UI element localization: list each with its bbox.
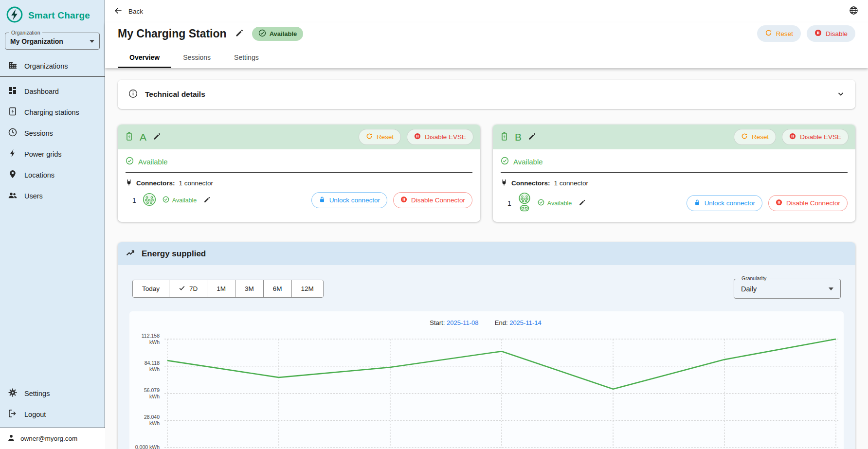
sidebar-item-label: Dashboard xyxy=(24,88,59,95)
edit-station-button[interactable] xyxy=(234,28,245,40)
sidebar-item-label: Sessions xyxy=(24,129,53,137)
check-circle-icon xyxy=(163,196,169,204)
sidebar-item-locations[interactable]: Locations xyxy=(0,164,105,185)
building-icon xyxy=(8,60,18,72)
sidebar-item-logout[interactable]: Logout xyxy=(0,404,105,428)
plug-icon xyxy=(126,179,132,187)
connector-row: 1 Available xyxy=(493,189,855,215)
organization-select-value: My Organization xyxy=(10,37,63,45)
technical-details-title: Technical details xyxy=(145,90,205,99)
lock-icon xyxy=(319,196,326,204)
chart-end-date: 2025-11-14 xyxy=(509,319,542,326)
sidebar-item-sessions[interactable]: Sessions xyxy=(0,123,105,144)
evse-name: B xyxy=(515,131,522,143)
edit-evse-button[interactable] xyxy=(152,131,162,143)
range-3m-button[interactable]: 3M xyxy=(235,280,264,297)
stop-circle-icon xyxy=(814,29,822,38)
range-12m-button[interactable]: 12M xyxy=(292,280,323,297)
brand-name: Smart Charge xyxy=(28,10,90,21)
pencil-icon xyxy=(203,196,211,205)
gear-icon xyxy=(8,388,18,399)
sidebar-item-label: Charging stations xyxy=(24,108,79,116)
charging-station-icon xyxy=(8,107,18,118)
y-axis-labels: 0.000 kWh28.040 kWh56.079 kWh84.118 kWh1… xyxy=(132,334,164,449)
disable-evse-button[interactable]: Disable EVSE xyxy=(782,129,849,145)
chart-start-date: 2025-11-08 xyxy=(447,319,479,326)
pencil-icon xyxy=(235,29,244,39)
edit-evse-button[interactable] xyxy=(527,131,537,143)
connector-ccs-icon xyxy=(517,192,532,214)
connector-type2-icon xyxy=(142,192,157,208)
chart-date-range: Start: 2025-11-08 End: 2025-11-14 xyxy=(132,318,839,334)
unlock-connector-button[interactable]: Unlock connector xyxy=(687,195,762,211)
pencil-icon xyxy=(579,199,586,208)
evse-name: A xyxy=(140,131,146,143)
sidebar-item-label: Logout xyxy=(24,411,46,418)
sidebar-item-power-grids[interactable]: Power grids xyxy=(0,144,105,164)
stop-circle-icon xyxy=(776,199,782,207)
check-circle-icon xyxy=(258,29,266,38)
station-disable-button[interactable]: Disable xyxy=(807,25,855,42)
plug-icon xyxy=(501,179,507,187)
sidebar-divider xyxy=(0,76,105,77)
pencil-icon xyxy=(153,132,161,142)
range-6m-button[interactable]: 6M xyxy=(264,280,292,297)
refresh-icon xyxy=(741,133,748,141)
sidebar-item-settings[interactable]: Settings xyxy=(0,383,105,404)
technical-details-panel[interactable]: Technical details xyxy=(118,80,855,109)
sidebar-item-charging-stations[interactable]: Charging stations xyxy=(0,102,105,123)
check-circle-icon xyxy=(501,157,509,166)
granularity-select[interactable]: Granularity Daily xyxy=(734,279,841,299)
connector-number: 1 xyxy=(507,199,511,207)
logout-icon xyxy=(8,409,18,420)
range-today-button[interactable]: Today xyxy=(133,280,169,297)
evse-reset-button[interactable]: Reset xyxy=(359,129,401,145)
sidebar-item-users[interactable]: Users xyxy=(0,185,105,206)
evse-status: Available xyxy=(126,149,472,173)
back-button[interactable]: Back xyxy=(114,6,143,17)
sidebar-item-dashboard[interactable]: Dashboard xyxy=(0,81,105,102)
sidebar-item-organizations[interactable]: Organizations xyxy=(0,55,105,76)
range-1m-button[interactable]: 1M xyxy=(207,280,235,297)
energy-supplied-header: Energy supplied xyxy=(118,242,855,265)
station-header: My Charging Station Available xyxy=(105,22,868,68)
evse-card-a: A Reset xyxy=(118,125,480,222)
edit-connector-button[interactable] xyxy=(578,198,587,209)
brand: Smart Charge xyxy=(0,0,105,30)
disable-connector-button[interactable]: Disable Connector xyxy=(393,192,472,208)
granularity-label: Granularity xyxy=(739,275,769,281)
energy-supplied-title: Energy supplied xyxy=(142,249,206,259)
location-pin-icon xyxy=(8,169,18,180)
ev-charger-icon xyxy=(500,131,509,143)
sidebar-spacer xyxy=(0,206,105,383)
app-root: Smart Charge Organization My Organizatio… xyxy=(0,0,868,449)
dashboard-icon xyxy=(8,86,18,97)
globe-icon xyxy=(849,6,858,17)
station-reset-button[interactable]: Reset xyxy=(757,25,801,42)
main-area: Back My Charging Station xyxy=(105,0,868,449)
tab-settings[interactable]: Settings xyxy=(222,48,271,68)
back-label: Back xyxy=(128,8,143,15)
evse-reset-button[interactable]: Reset xyxy=(734,129,776,145)
tab-sessions[interactable]: Sessions xyxy=(171,48,222,68)
energy-supplied-section: Energy supplied Today 7D 1M 3M 6M xyxy=(118,242,855,449)
refresh-icon xyxy=(366,133,373,141)
tab-overview[interactable]: Overview xyxy=(118,48,171,68)
unlock-connector-button[interactable]: Unlock connector xyxy=(311,192,387,208)
disable-evse-button[interactable]: Disable EVSE xyxy=(407,129,473,145)
language-globe-button[interactable] xyxy=(848,5,859,18)
range-toggle-group: Today 7D 1M 3M 6M 12M xyxy=(132,280,324,298)
trending-chart-icon xyxy=(126,248,135,259)
chevron-down-icon[interactable] xyxy=(837,90,845,99)
disable-connector-button[interactable]: Disable Connector xyxy=(768,195,848,211)
edit-connector-button[interactable] xyxy=(202,195,212,206)
energy-chart-panel: Start: 2025-11-08 End: 2025-11-14 0.000 … xyxy=(129,311,844,449)
evse-card-b: B Reset xyxy=(493,125,855,222)
organization-select[interactable]: Organization My Organization xyxy=(5,33,100,50)
range-7d-button[interactable]: 7D xyxy=(169,280,207,297)
page-title: My Charging Station xyxy=(118,27,227,40)
evse-status: Available xyxy=(501,149,848,173)
info-icon xyxy=(128,89,138,100)
energy-line-chart: 8 Nov9 Nov10 Nov11 Nov12 Nov13 Nov14 Nov xyxy=(164,334,839,449)
station-status-badge: Available xyxy=(252,27,304,41)
